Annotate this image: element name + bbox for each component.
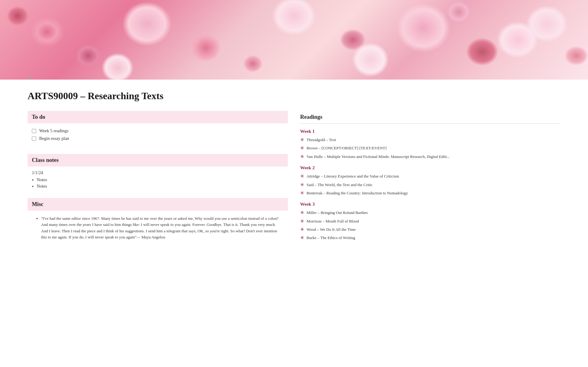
week-1-label: Week 1 bbox=[300, 129, 560, 134]
left-column: To do Week 5 readings Begin essay plan C… bbox=[28, 111, 288, 252]
asterisk-icon: ✳ bbox=[300, 146, 304, 151]
asterisk-icon: ✳ bbox=[300, 219, 304, 224]
reading-item: ✳ Burke – The Ethics of Writing bbox=[300, 234, 560, 241]
reading-item: ✳ Brown – [CONCEPT/OBJECT] [TEXT/EVENT] bbox=[300, 145, 560, 152]
reading-text: Brown – [CONCEPT/OBJECT] [TEXT/EVENT] bbox=[307, 145, 386, 151]
reading-item: ✳ Benterrak – Reading the Country: Intro… bbox=[300, 190, 560, 197]
todo-item[interactable]: Week 5 readings bbox=[32, 128, 284, 133]
list-item: Notes bbox=[37, 177, 284, 182]
page-title: ARTS90009 – Researching Texts bbox=[28, 90, 560, 102]
asterisk-icon: ✳ bbox=[300, 182, 304, 187]
week-2-label: Week 2 bbox=[300, 165, 560, 170]
todo-label-week5: Week 5 readings bbox=[39, 128, 69, 133]
class-notes-section: Class notes 1/1/24 Notes Notes bbox=[28, 154, 288, 189]
reading-text: Morrison – Mouth Full of Blood bbox=[307, 219, 359, 224]
todo-label-essay: Begin essay plan bbox=[39, 136, 69, 141]
week-3-label: Week 3 bbox=[300, 201, 560, 207]
reading-text: Threadgold – Text bbox=[307, 137, 336, 143]
asterisk-icon: ✳ bbox=[300, 137, 304, 142]
pencil-icon-container: ✏ bbox=[28, 74, 33, 80]
todo-section: To do Week 5 readings Begin essay plan bbox=[28, 111, 288, 145]
pencil-icon: ✏ bbox=[26, 73, 35, 80]
misc-section: Misc "I've had the same editor since 196… bbox=[28, 198, 288, 243]
reading-text: Burke – The Ethics of Writing bbox=[307, 235, 355, 241]
list-item: "I've had the same editor since 1967. Ma… bbox=[41, 215, 279, 240]
misc-bullet-list: "I've had the same editor since 1967. Ma… bbox=[32, 215, 284, 240]
main-content: ARTS90009 – Researching Texts To do Week… bbox=[0, 80, 588, 264]
reading-item: ✳ Morrison – Mouth Full of Blood bbox=[300, 218, 560, 225]
asterisk-icon: ✳ bbox=[300, 174, 304, 179]
misc-content: "I've had the same editor since 1967. Ma… bbox=[28, 214, 288, 243]
quote-text: "I've had the same editor since 1967. Ma… bbox=[41, 216, 278, 239]
reading-text: Attridge – Literary Experience and the V… bbox=[307, 174, 399, 179]
asterisk-icon: ✳ bbox=[300, 227, 304, 232]
reading-text: Van Hulle – Multiple Versions and Fictio… bbox=[307, 154, 450, 159]
two-column-layout: To do Week 5 readings Begin essay plan C… bbox=[28, 111, 560, 252]
checkbox-essay[interactable] bbox=[32, 137, 36, 141]
reading-item: ✳ Said – The World, the Text and the Cri… bbox=[300, 182, 560, 188]
readings-title: Readings bbox=[300, 111, 560, 124]
reading-text: Miller – Bringing Out Roland Barthes bbox=[307, 210, 368, 215]
reading-item: ✳ Miller – Bringing Out Roland Barthes bbox=[300, 209, 560, 216]
reading-item: ✳ Van Hulle – Multiple Versions and Fict… bbox=[300, 153, 560, 160]
list-item: Notes bbox=[37, 184, 284, 189]
asterisk-icon: ✳ bbox=[300, 154, 304, 159]
todo-header: To do bbox=[28, 111, 288, 123]
asterisk-icon: ✳ bbox=[300, 191, 304, 196]
misc-header: Misc bbox=[28, 198, 288, 211]
class-notes-header: Class notes bbox=[28, 154, 288, 167]
week-1-section: Week 1 ✳ Threadgold – Text ✳ Brown – [CO… bbox=[300, 129, 560, 160]
class-notes-list: Notes Notes bbox=[28, 177, 288, 189]
reading-item: ✳ Threadgold – Text bbox=[300, 137, 560, 143]
reading-item: ✳ Wood – We Do It All the Time bbox=[300, 226, 560, 233]
week-3-section: Week 3 ✳ Miller – Bringing Out Roland Ba… bbox=[300, 201, 560, 242]
reading-text: Wood – We Do It All the Time bbox=[307, 227, 356, 232]
hero-banner: ✏ bbox=[0, 0, 588, 80]
todo-item[interactable]: Begin essay plan bbox=[32, 136, 284, 141]
reading-text: Said – The World, the Text and the Criti… bbox=[307, 182, 372, 188]
reading-text: Benterrak – Reading the Country: Introdu… bbox=[307, 190, 408, 196]
week-2-section: Week 2 ✳ Attridge – Literary Experience … bbox=[300, 165, 560, 197]
todo-list: Week 5 readings Begin essay plan bbox=[28, 127, 288, 145]
class-notes-date: 1/1/24 bbox=[28, 170, 288, 175]
checkbox-week5[interactable] bbox=[32, 129, 36, 133]
right-column: Readings Week 1 ✳ Threadgold – Text ✳ Br… bbox=[300, 111, 560, 246]
asterisk-icon: ✳ bbox=[300, 210, 304, 215]
asterisk-icon: ✳ bbox=[300, 235, 304, 240]
reading-item: ✳ Attridge – Literary Experience and the… bbox=[300, 173, 560, 180]
